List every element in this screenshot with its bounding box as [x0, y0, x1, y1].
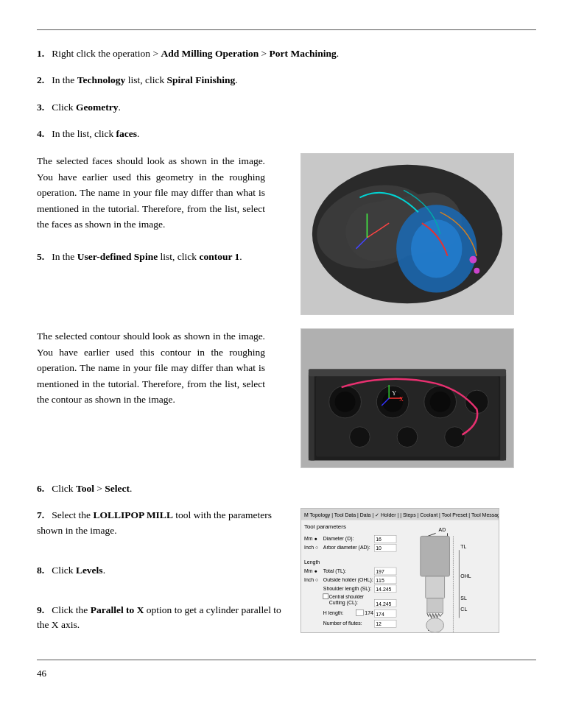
svg-point-15 [335, 392, 356, 412]
svg-point-5 [411, 219, 463, 278]
step-4: 4. In the list, click faces. [37, 127, 536, 141]
step-7-text-block: 7. Select the LOLLIPOP MILL tool with th… [37, 508, 287, 644]
svg-point-6 [469, 256, 477, 264]
contour-body-text: The selected contour should look as show… [37, 328, 265, 408]
faces-image [300, 153, 514, 315]
step-1-bold2: Port Machining [270, 48, 337, 59]
svg-text:AD: AD [439, 528, 446, 533]
svg-text:Inch ○: Inch ○ [304, 577, 318, 582]
svg-point-21 [350, 427, 370, 448]
step-7-num: 7. [37, 509, 44, 520]
step-6-bold2: Select [105, 483, 130, 494]
step-2-bold2: Spiral Finishing [167, 74, 236, 85]
svg-text:X: X [399, 396, 404, 403]
step-5-num: 5. [37, 251, 44, 262]
svg-text:14.245: 14.245 [376, 587, 391, 592]
svg-text:174: 174 [376, 612, 384, 617]
svg-rect-80 [427, 598, 443, 613]
bottom-divider [37, 660, 536, 660]
svg-text:Cutting (CL):: Cutting (CL): [329, 600, 358, 606]
step-9-bold1: Parallel to X [91, 604, 144, 615]
svg-text:Mm ●: Mm ● [304, 568, 317, 573]
step-4-bold1: faces [116, 128, 137, 139]
page-number: 46 [37, 668, 536, 679]
svg-text:14.245: 14.245 [376, 601, 391, 607]
svg-point-22 [397, 427, 418, 448]
faces-body-text: The selected faces should look as shown … [37, 153, 265, 233]
step-3: 3. Click Geometry. [37, 100, 536, 115]
step-4-num: 4. [37, 128, 44, 139]
svg-text:Central shoulder: Central shoulder [329, 594, 365, 599]
svg-text:174: 174 [365, 610, 373, 615]
svg-text:Total (TL):: Total (TL): [323, 568, 346, 574]
step-8: 8. Click Levels. [37, 563, 287, 578]
svg-text:12: 12 [376, 622, 382, 627]
svg-rect-62 [356, 610, 363, 616]
svg-text:Number of flutes:: Number of flutes: [323, 621, 362, 626]
step-5-bold1: User-defined Spine [77, 251, 158, 262]
svg-rect-31 [309, 369, 506, 376]
svg-text:TL: TL [460, 544, 466, 549]
svg-text:Arbor diameter (AD):: Arbor diameter (AD): [323, 545, 370, 551]
step-6: 6. Click Tool > Select. [37, 481, 536, 496]
top-divider [37, 29, 536, 30]
svg-text:115: 115 [376, 578, 384, 583]
page: 1. Right click the operation > Add Milli… [0, 0, 573, 728]
svg-rect-29 [309, 372, 314, 460]
step-3-num: 3. [37, 102, 44, 113]
step-8-bold1: Levels [76, 565, 103, 576]
svg-text:OHL: OHL [460, 573, 471, 579]
step-7: 7. Select the LOLLIPOP MILL tool with th… [37, 508, 287, 538]
step-9: 9. Click the Parallel to X option to get… [37, 603, 287, 633]
step-7-bold1: LOLLIPOP MILL [93, 509, 172, 520]
svg-text:H length:: H length: [323, 610, 344, 616]
step-3-bold1: Geometry [76, 102, 119, 113]
contour-image: Y X [300, 328, 514, 468]
step-5: 5. In the User-defined Spine list, click… [37, 249, 265, 265]
step-1-num: 1. [37, 48, 44, 59]
tool-parameters-image: M Topology | Tool Data | Data | ✓ Holder… [300, 508, 499, 633]
svg-rect-30 [500, 372, 506, 460]
tool-params-svg: M Topology | Tool Data | Data | ✓ Holder… [301, 508, 499, 633]
step-2: 2. In the Technology list, click Spiral … [37, 73, 536, 88]
step-7-section: 7. Select the LOLLIPOP MILL tool with th… [37, 508, 536, 644]
contour-description: The selected contour should look as show… [37, 328, 265, 408]
svg-text:Shoulder length (SL):: Shoulder length (SL): [323, 586, 372, 592]
step-6-bold1: Tool [76, 483, 94, 494]
tool-image-container: M Topology | Tool Data | Data | ✓ Holder… [300, 508, 499, 633]
step-2-bold1: Technology [77, 74, 126, 85]
step-9-num: 9. [37, 604, 44, 615]
step-8-num: 8. [37, 565, 44, 576]
svg-point-7 [474, 268, 479, 274]
contour-svg: Y X [301, 328, 513, 468]
step-2-num: 2. [37, 74, 44, 85]
svg-text:10: 10 [376, 545, 382, 551]
svg-point-81 [426, 618, 444, 633]
svg-text:Mm ●: Mm ● [304, 537, 317, 542]
step-1: 1. Right click the operation > Add Milli… [37, 46, 536, 61]
svg-text:M Topology | Tool Data | Data : M Topology | Tool Data | Data | ✓ Holder… [304, 512, 499, 518]
svg-point-23 [445, 427, 465, 448]
svg-text:Inch ○: Inch ○ [304, 545, 318, 550]
svg-text:SL: SL [460, 596, 467, 601]
contour-image-container: Y X [278, 328, 536, 468]
svg-text:Diameter (D):: Diameter (D): [323, 537, 354, 543]
svg-rect-56 [323, 594, 328, 599]
faces-image-container [278, 153, 536, 315]
svg-text:CL: CL [460, 607, 467, 612]
svg-text:16: 16 [376, 537, 382, 543]
svg-rect-78 [421, 537, 450, 577]
svg-text:Tool parameters: Tool parameters [304, 524, 346, 531]
section-contour: The selected contour should look as show… [37, 328, 536, 468]
svg-rect-79 [426, 576, 445, 598]
svg-text:197: 197 [376, 569, 384, 574]
svg-point-19 [430, 392, 451, 412]
faces-description: The selected faces should look as shown … [37, 153, 265, 276]
svg-text:Outside holder (OHL):: Outside holder (OHL): [323, 577, 373, 583]
step-1-bold1: Add Milling Operation [161, 48, 259, 59]
section-faces: The selected faces should look as shown … [37, 153, 536, 315]
step-6-num: 6. [37, 483, 44, 494]
svg-text:Length: Length [304, 559, 320, 565]
faces-svg [301, 153, 513, 315]
svg-text:Y: Y [392, 390, 396, 397]
